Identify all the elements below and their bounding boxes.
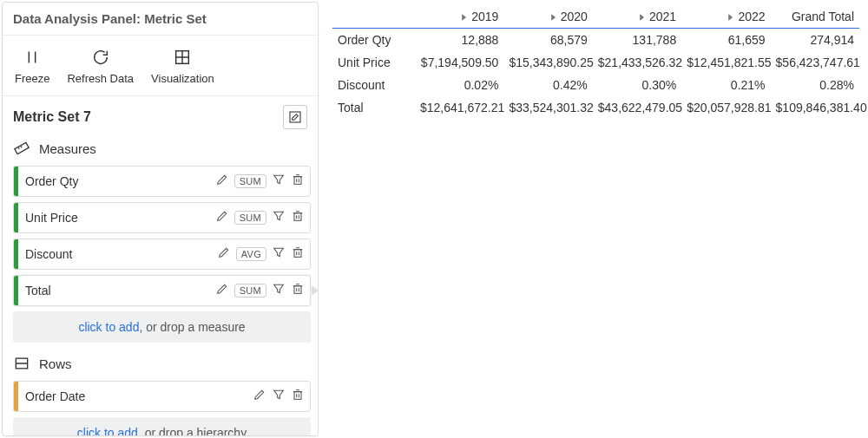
- expand-icon[interactable]: [550, 10, 557, 23]
- measure-label: Discount: [25, 247, 217, 261]
- panel-title: Data Analysis Panel: Metric Set: [3, 3, 318, 36]
- pencil-icon[interactable]: [217, 245, 231, 263]
- trash-icon[interactable]: [291, 282, 305, 299]
- svg-line-8: [21, 146, 23, 147]
- filter-icon[interactable]: [272, 245, 286, 263]
- drop-measure-tail: , or drop a measure: [139, 320, 245, 334]
- measure-label: Total: [25, 284, 215, 297]
- grand-total-header: Grand Total: [771, 5, 859, 29]
- cell: 0.42%: [503, 74, 592, 96]
- svg-rect-6: [15, 142, 29, 154]
- expand-icon[interactable]: [639, 10, 646, 23]
- filter-icon[interactable]: [272, 173, 286, 190]
- cell: $21,433,526.32: [593, 51, 681, 74]
- row-label: Total: [332, 96, 415, 119]
- edit-metricset-button[interactable]: [283, 105, 307, 129]
- cell: 0.02%: [415, 74, 503, 96]
- cell: 61,659: [681, 29, 770, 52]
- cell: $20,057,928.81: [681, 96, 770, 119]
- pencil-icon[interactable]: [215, 173, 229, 190]
- rows-icon: [13, 355, 30, 372]
- aggregation-button[interactable]: AVG: [236, 247, 266, 261]
- trash-icon[interactable]: [291, 245, 305, 263]
- aggregation-button[interactable]: SUM: [234, 284, 266, 297]
- svg-rect-24: [294, 286, 301, 294]
- measures-label: Measures: [39, 141, 96, 156]
- svg-rect-19: [294, 250, 301, 258]
- add-hierarchy-link[interactable]: click to add: [77, 426, 138, 436]
- freeze-button[interactable]: Freeze: [6, 42, 58, 87]
- drop-hierarchy-tail: , or drop a hierarchy: [138, 426, 247, 436]
- row-pill[interactable]: Order Date: [13, 381, 311, 412]
- refresh-button[interactable]: Refresh Data: [58, 42, 142, 87]
- cell: 274,914: [771, 29, 859, 52]
- cell: $12,451,821.55: [681, 51, 770, 74]
- cell: $33,524,301.32: [503, 96, 592, 119]
- measure-label: Order Qty: [25, 174, 215, 188]
- measures-section-header: Measures: [3, 134, 318, 162]
- filter-icon[interactable]: [272, 388, 286, 405]
- cell: 131,788: [593, 29, 681, 52]
- column-header[interactable]: 2021: [593, 5, 681, 29]
- trash-icon[interactable]: [291, 388, 305, 405]
- pencil-icon[interactable]: [215, 282, 229, 299]
- cell: $56,423,747.61: [771, 51, 859, 74]
- pivot-table: 2019202020212022Grand Total Order Qty12,…: [332, 5, 859, 119]
- drop-hierarchy[interactable]: click to add, or drop a hierarchy: [13, 417, 311, 436]
- expand-icon[interactable]: [461, 10, 468, 23]
- cell: 12,888: [415, 29, 503, 52]
- cell: $109,846,381.40: [771, 96, 859, 119]
- aggregation-button[interactable]: SUM: [234, 211, 266, 225]
- measure-bar: [14, 167, 18, 196]
- measure-bar: [14, 203, 18, 232]
- cell: 0.28%: [771, 74, 859, 96]
- cell: 0.21%: [681, 74, 770, 96]
- measure-bar: [14, 239, 18, 269]
- measure-pill[interactable]: Order QtySUM: [13, 166, 311, 197]
- cell: $12,641,672.21: [415, 96, 503, 119]
- aggregation-button[interactable]: SUM: [234, 174, 266, 188]
- pencil-icon[interactable]: [215, 209, 229, 226]
- table-row: Total$12,641,672.21$33,524,301.32$43,622…: [332, 96, 859, 119]
- cell: $15,343,890.25: [503, 51, 592, 74]
- measure-label: Unit Price: [25, 211, 215, 225]
- row-label: Order Date: [25, 389, 253, 403]
- measure-pill[interactable]: TotalSUM: [13, 275, 311, 306]
- measure-pill[interactable]: Unit PriceSUM: [13, 202, 311, 233]
- table-row: Order Qty12,88868,579131,78861,659274,91…: [332, 29, 859, 52]
- toolbar: Freeze Refresh Data Visualization: [3, 36, 318, 96]
- rows-list: Order Date: [3, 377, 318, 415]
- table-row: Discount0.02%0.42%0.30%0.21%0.28%: [332, 74, 859, 96]
- column-header[interactable]: 2020: [503, 5, 592, 29]
- expand-icon[interactable]: [727, 10, 734, 23]
- filter-icon[interactable]: [272, 282, 286, 299]
- pencil-icon[interactable]: [253, 388, 266, 405]
- cell: $7,194,509.50: [415, 51, 503, 74]
- cell: 0.30%: [593, 74, 681, 96]
- trash-icon[interactable]: [291, 209, 305, 226]
- measure-pill[interactable]: DiscountAVG: [13, 239, 311, 270]
- viz-label: Visualization: [151, 72, 214, 85]
- column-header[interactable]: 2019: [415, 5, 503, 29]
- table-row: Unit Price$7,194,509.50$15,343,890.25$21…: [332, 51, 859, 74]
- freeze-label: Freeze: [15, 72, 49, 85]
- analysis-panel: Data Analysis Panel: Metric Set Freeze R…: [2, 2, 319, 436]
- measures-list: Order QtySUMUnit PriceSUMDiscountAVGTota…: [3, 162, 318, 310]
- ruler-icon: [13, 140, 30, 157]
- visualization-button[interactable]: Visualization: [142, 42, 223, 87]
- svg-rect-14: [294, 213, 301, 221]
- cell: 68,579: [503, 29, 592, 52]
- data-grid: 2019202020212022Grand Total Order Qty12,…: [320, 0, 868, 438]
- trash-icon[interactable]: [291, 173, 305, 190]
- row-label: Order Qty: [332, 29, 415, 52]
- refresh-label: Refresh Data: [67, 72, 134, 85]
- add-measure-link[interactable]: click to add: [78, 320, 139, 334]
- column-header[interactable]: 2022: [681, 5, 770, 29]
- row-label: Unit Price: [332, 51, 415, 74]
- filter-icon[interactable]: [272, 209, 286, 226]
- svg-rect-5: [290, 112, 300, 122]
- drop-measure[interactable]: click to add, or drop a measure: [13, 311, 311, 343]
- rows-section-header: Rows: [3, 350, 318, 377]
- svg-line-7: [18, 147, 20, 149]
- row-label: Discount: [332, 74, 415, 96]
